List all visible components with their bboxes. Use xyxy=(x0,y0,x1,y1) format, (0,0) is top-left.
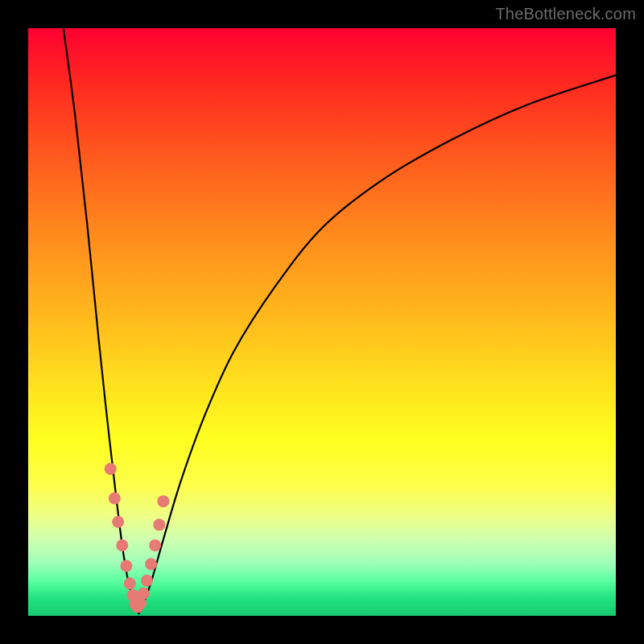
marker-dot xyxy=(138,588,150,600)
marker-dot xyxy=(124,577,136,589)
plot-area xyxy=(28,28,616,616)
marker-dot xyxy=(157,495,169,507)
marker-dot xyxy=(116,539,128,551)
marker-dot xyxy=(145,558,157,570)
marker-dot xyxy=(109,493,121,505)
marker-dot xyxy=(112,516,124,528)
marker-dot xyxy=(105,463,117,475)
curve-left-branch xyxy=(64,28,138,613)
marker-dot xyxy=(153,518,165,530)
marker-dot xyxy=(141,575,153,587)
watermark-text: TheBottleneck.com xyxy=(495,5,636,23)
marker-dot xyxy=(149,539,161,551)
curve-right-branch xyxy=(138,75,616,613)
chart-frame: TheBottleneck.com xyxy=(0,0,644,644)
marker-dot xyxy=(120,559,132,572)
chart-svg xyxy=(28,28,616,616)
